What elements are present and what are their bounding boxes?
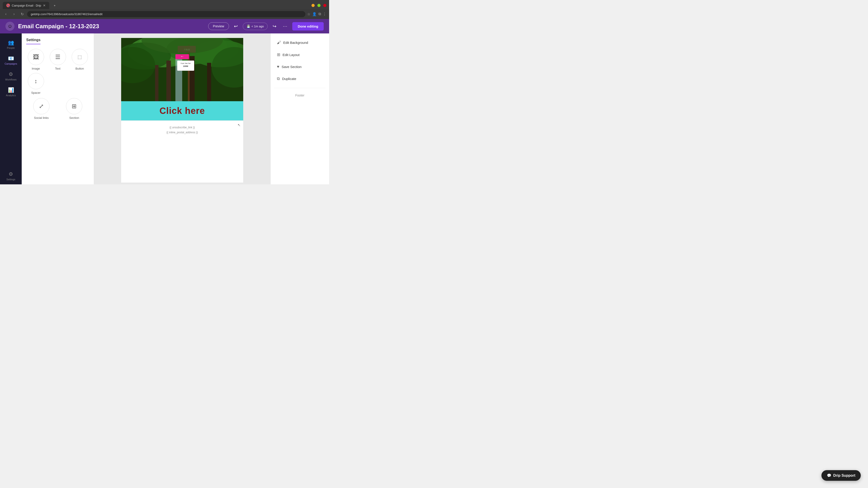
element-spacer[interactable]: ↕ Spacer xyxy=(26,73,45,94)
left-nav: 👥 People 📧 Campaigns ⚙ Workflows 📊 Analy… xyxy=(0,33,22,184)
extensions-icon[interactable]: ⧉ xyxy=(318,12,321,16)
svg-text:←: ← xyxy=(180,55,184,58)
element-image[interactable]: 🖼 Image xyxy=(26,49,45,70)
section-icon: ⊞ xyxy=(66,98,82,114)
duplicate-icon: ⧉ xyxy=(277,76,280,81)
sidebar-item-analytics[interactable]: 📊 Analytics xyxy=(2,85,20,99)
tab-title: Campaign Email · Drip xyxy=(12,4,41,7)
edit-layout-icon: ⊞ xyxy=(277,52,280,57)
button-icon: ⬚ xyxy=(72,49,88,65)
cursor-indicator: ↖ xyxy=(238,123,241,127)
page-title: Email Campaign - 12-13-2023 xyxy=(18,23,205,30)
edit-layout-item[interactable]: ⊞ Edit Layout xyxy=(274,49,326,60)
unsubscribe-link: {{ unsubscribe_link }} xyxy=(126,125,239,130)
svg-text:100M: 100M xyxy=(183,65,188,67)
svg-rect-8 xyxy=(155,65,158,101)
analytics-icon: 📊 xyxy=(8,87,14,93)
people-icon: 👥 xyxy=(8,40,14,46)
email-footer: {{ unsubscribe_link }} {{ inline_postal_… xyxy=(121,121,243,139)
close-tab-btn[interactable]: ✕ xyxy=(43,4,46,7)
bookmark-icon[interactable]: ☆ xyxy=(307,12,310,16)
save-section-item[interactable]: ♥ Save Section xyxy=(274,61,326,72)
elements-grid-top: 🖼 Image ☰ Text ⬚ Button ↕ Spacer xyxy=(26,49,89,94)
new-tab-btn[interactable]: + xyxy=(50,2,59,9)
edit-background-item[interactable]: 🖌 Edit Background xyxy=(274,37,326,48)
forest-image: 不動瀧 ← Fudo Taki Fall 100M xyxy=(121,38,243,101)
settings-icon: ⚙ xyxy=(8,171,13,177)
undo-btn[interactable]: ↩ xyxy=(232,22,239,30)
spacer-icon: ↕ xyxy=(28,73,44,89)
tab-favicon: 🐾 xyxy=(6,4,10,7)
image-icon: 🖼 xyxy=(28,49,44,65)
element-button[interactable]: ⬚ Button xyxy=(70,49,89,70)
save-info[interactable]: 💾 < 1m ago xyxy=(243,23,268,30)
profile-icon[interactable]: 👤 xyxy=(312,12,317,16)
address-bar[interactable] xyxy=(27,11,305,17)
drip-logo: ☺ xyxy=(5,22,14,31)
maximize-btn[interactable] xyxy=(317,4,320,7)
save-icon: 💾 xyxy=(247,25,250,28)
svg-rect-9 xyxy=(207,63,211,101)
redo-btn[interactable]: ↪ xyxy=(271,22,278,30)
back-btn[interactable]: ‹ xyxy=(3,11,9,17)
click-here-btn[interactable]: Click here xyxy=(159,106,205,116)
postal-address: {{ inline_postal_address }} xyxy=(126,130,239,135)
main-canvas[interactable]: 不動瀧 ← Fudo Taki Fall 100M xyxy=(94,33,270,184)
email-container: 不動瀧 ← Fudo Taki Fall 100M xyxy=(121,38,243,183)
text-icon: ☰ xyxy=(50,49,66,65)
sidebar-item-settings[interactable]: ⚙ Settings xyxy=(2,168,20,184)
elements-grid-bottom: ⤢ Social links ⊞ Section xyxy=(26,98,89,120)
svg-text:Fudo Taki Fall: Fudo Taki Fall xyxy=(181,63,191,64)
active-tab[interactable]: 🐾 Campaign Email · Drip ✕ xyxy=(3,2,49,9)
footer-label: Footer xyxy=(274,91,326,100)
left-panel: Settings 🖼 Image ☰ Text ⬚ Button ↕ Space… xyxy=(22,33,94,184)
campaigns-icon: 📧 xyxy=(8,56,14,61)
sidebar-item-campaigns[interactable]: 📧 Campaigns xyxy=(2,53,20,68)
app-header: ☺ Email Campaign - 12-13-2023 Preview ↩ … xyxy=(0,19,329,33)
refresh-btn[interactable]: ↻ xyxy=(19,11,25,17)
workflows-icon: ⚙ xyxy=(8,71,13,77)
preview-btn[interactable]: Preview xyxy=(208,22,229,30)
svg-rect-6 xyxy=(166,61,171,101)
email-image-section[interactable]: 不動瀧 ← Fudo Taki Fall 100M xyxy=(121,38,243,101)
menu-icon[interactable]: ⋮ xyxy=(323,12,327,16)
close-btn[interactable] xyxy=(323,4,327,7)
duplicate-item[interactable]: ⧉ Duplicate xyxy=(274,73,326,84)
element-text[interactable]: ☰ Text xyxy=(48,49,67,70)
sidebar-item-people[interactable]: 👥 People xyxy=(2,37,20,52)
save-section-icon: ♥ xyxy=(277,64,279,69)
element-social-links[interactable]: ⤢ Social links xyxy=(26,98,57,120)
minimize-btn[interactable] xyxy=(311,4,315,7)
edit-background-icon: 🖌 xyxy=(277,40,281,45)
done-editing-btn[interactable]: Done editing xyxy=(292,22,324,31)
element-section[interactable]: ⊞ Section xyxy=(59,98,90,120)
social-links-icon: ⤢ xyxy=(33,98,50,114)
right-sidebar: 🖌 Edit Background ⊞ Edit Layout ♥ Save S… xyxy=(270,33,329,184)
sidebar-item-workflows[interactable]: ⚙ Workflows xyxy=(2,69,20,84)
more-options-btn[interactable]: ⋯ xyxy=(281,22,289,30)
panel-title: Settings xyxy=(26,38,40,44)
click-here-section[interactable]: Click here ↖ xyxy=(121,101,243,121)
forward-btn[interactable]: › xyxy=(11,11,17,17)
